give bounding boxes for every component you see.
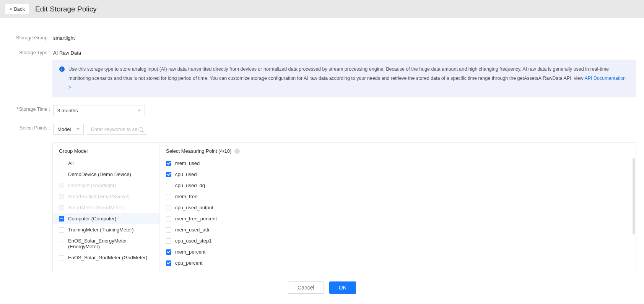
point-checkbox[interactable]: [166, 172, 171, 177]
model-label: DemoDevice (Demo Device): [68, 171, 131, 177]
model-label: EnOS_Solar_EnergyMeter (EnergyMeter): [68, 238, 153, 249]
cancel-button[interactable]: Cancel: [288, 281, 324, 294]
model-checkbox[interactable]: [59, 161, 64, 166]
back-button[interactable]: < Back: [5, 4, 30, 14]
info-text: Use this storage type to store analog in…: [68, 66, 609, 81]
point-label: mem_free: [175, 194, 198, 199]
point-row[interactable]: cpu_used_step1: [160, 235, 636, 246]
model-row[interactable]: All: [53, 158, 159, 169]
point-checkbox[interactable]: [166, 194, 171, 199]
group-model-panel: Group Model AllDemoDevice (Demo Device)s…: [53, 143, 160, 272]
model-checkbox: [59, 183, 64, 188]
model-checkbox: [59, 194, 64, 199]
info-alert: i Use this storage type to store analog …: [52, 60, 636, 97]
page-header: < Back Edit Storage Policy: [0, 0, 644, 18]
search-input-wrapper: [87, 124, 147, 135]
model-label: EnOS_Solar_GridMeter (GridMeter): [68, 255, 147, 260]
scrollbar-thumb[interactable]: [633, 158, 635, 234]
model-row[interactable]: EnOS_Solar_GridMeter (GridMeter): [53, 252, 159, 263]
point-row[interactable]: mem_percent: [160, 246, 636, 257]
point-label: cpu_percent: [175, 260, 203, 266]
model-row[interactable]: TrainingMeter (TrainingMeter): [53, 224, 159, 235]
model-checkbox[interactable]: [59, 172, 64, 177]
model-checkbox[interactable]: [59, 227, 64, 233]
storage-group-value: smartlight: [53, 34, 636, 41]
storage-time-value: 3 months: [57, 108, 78, 113]
model-row[interactable]: DemoDevice (Demo Device): [53, 169, 159, 180]
point-checkbox[interactable]: [166, 161, 171, 166]
scope-select[interactable]: Model: [53, 124, 84, 135]
footer-actions: Cancel OK: [4, 272, 640, 297]
point-checkbox[interactable]: [166, 260, 171, 266]
point-checkbox[interactable]: [166, 238, 171, 244]
group-model-header: Group Model: [53, 143, 159, 158]
storage-time-label: *Storage Time :: [8, 105, 53, 112]
point-checkbox[interactable]: [166, 205, 171, 210]
point-checkbox[interactable]: [166, 216, 171, 222]
point-row[interactable]: cpu_used: [160, 169, 636, 180]
model-checkbox[interactable]: [59, 241, 64, 246]
storage-group-label: Storage Group :: [8, 34, 53, 40]
point-label: cpu_used_output: [175, 205, 213, 210]
model-row: SmartMeter (SmartMeter): [53, 202, 159, 213]
point-row[interactable]: mem_free: [160, 191, 636, 202]
point-label: mem_used: [175, 160, 200, 166]
main-card: Storage Group : smartlight Storage Type …: [4, 22, 640, 304]
point-checkbox[interactable]: [166, 227, 171, 233]
chevron-down-icon: [138, 110, 141, 112]
page-title: Edit Storage Policy: [35, 5, 97, 13]
ok-button[interactable]: OK: [329, 281, 356, 294]
model-label: Computer (Computer): [68, 216, 116, 222]
model-label: SmartMeter (SmartMeter): [68, 205, 125, 210]
point-label: mem_percent: [175, 249, 205, 255]
point-label: cpu_used_dq: [175, 183, 205, 188]
point-label: mem_free_percent: [175, 216, 217, 222]
scope-select-value: Model: [57, 126, 71, 132]
measuring-points-header: Select Measuring Point (4/10): [160, 143, 636, 158]
point-label: mem_used_attr: [175, 227, 210, 233]
info-icon: i: [59, 66, 65, 72]
search-input[interactable]: [91, 126, 137, 132]
point-label: cpu_used: [175, 171, 197, 177]
model-row: SmartSocket (SmartSocket): [53, 191, 159, 202]
point-row[interactable]: mem_used_attr: [160, 224, 636, 235]
point-row[interactable]: cpu_percent: [160, 257, 636, 268]
model-checkbox: [59, 205, 64, 210]
model-label: SmartSocket (SmartSocket): [68, 194, 130, 199]
point-row[interactable]: mem_free_percent: [160, 213, 636, 224]
search-icon: [138, 127, 143, 132]
storage-type-label: Storage Type :: [8, 49, 53, 55]
measuring-points-panel: Select Measuring Point (4/10) mem_usedcp…: [160, 143, 636, 272]
point-checkbox[interactable]: [166, 249, 171, 255]
model-checkbox[interactable]: [59, 216, 64, 222]
select-points-label: Select Points :: [8, 124, 53, 131]
point-label: cpu_used_step1: [175, 238, 211, 244]
help-icon[interactable]: [234, 149, 240, 154]
model-row: smartlight (smartlight): [53, 180, 159, 191]
storage-type-value: AI Raw Data: [53, 49, 636, 56]
model-label: All: [68, 160, 73, 166]
chevron-down-icon: [76, 128, 80, 130]
point-row[interactable]: cpu_used_dq: [160, 180, 636, 191]
model-row[interactable]: EnOS_Solar_EnergyMeter (EnergyMeter): [53, 235, 159, 252]
storage-time-select[interactable]: 3 months: [53, 105, 145, 116]
model-label: smartlight (smartlight): [68, 183, 116, 188]
selection-panel: Group Model AllDemoDevice (Demo Device)s…: [52, 142, 636, 272]
point-checkbox[interactable]: [166, 183, 171, 188]
model-label: TrainingMeter (TrainingMeter): [68, 227, 134, 233]
point-row[interactable]: cpu_used_output: [160, 202, 636, 213]
point-row[interactable]: mem_used: [160, 158, 636, 169]
model-checkbox[interactable]: [59, 255, 64, 260]
model-row[interactable]: Computer (Computer): [53, 213, 159, 224]
